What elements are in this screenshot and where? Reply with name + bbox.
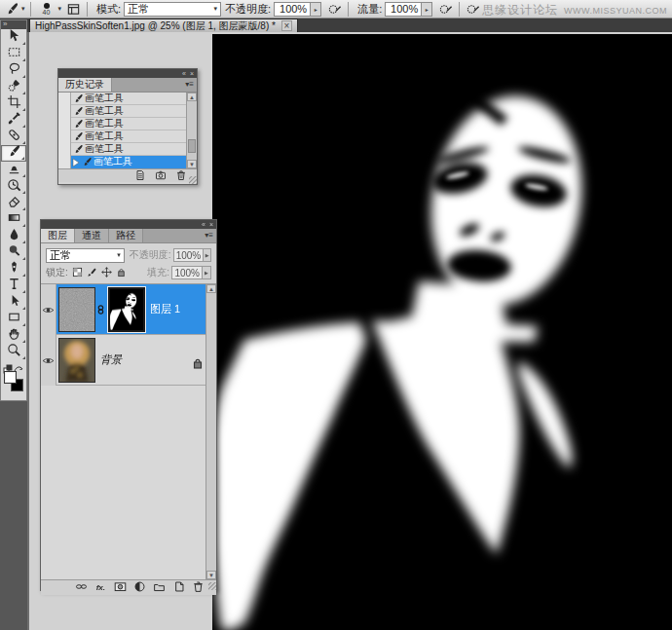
new-document-from-state-icon[interactable]: [134, 167, 146, 185]
history-source-checkbox[interactable]: [58, 130, 71, 143]
tool-lasso[interactable]: [1, 62, 26, 79]
pressure-size-icon[interactable]: [465, 1, 481, 17]
background-layer-name[interactable]: 背景: [100, 352, 122, 367]
tool-rectangular-marquee[interactable]: [1, 46, 26, 62]
canvas-image[interactable]: [212, 34, 672, 630]
tool-eyedropper[interactable]: [1, 112, 26, 129]
layer1-thumbnail[interactable]: [58, 287, 95, 332]
tool-spot-healing-brush[interactable]: [1, 129, 26, 145]
tool-flyout-corner: [22, 42, 25, 45]
fill-dropdown-icon[interactable]: ▶: [203, 266, 211, 279]
new-snapshot-icon[interactable]: [155, 167, 167, 185]
tool-preset-arrow-icon[interactable]: ▾: [21, 5, 25, 13]
link-layers-icon[interactable]: [75, 579, 88, 597]
opacity-input[interactable]: 100%: [274, 2, 311, 17]
layer-row-background[interactable]: 背景: [41, 335, 216, 386]
history-entry-label: 画笔工具: [93, 155, 132, 168]
airbrush-toggle-icon[interactable]: [437, 1, 454, 17]
layer-row-layer1[interactable]: 图层 1: [41, 284, 216, 335]
foreground-color-swatch[interactable]: [4, 371, 17, 384]
flow-dropdown-icon[interactable]: ▸: [422, 2, 432, 17]
layer-mask-link-icon[interactable]: [96, 305, 105, 315]
history-source-checkbox[interactable]: [58, 118, 71, 130]
flow-input[interactable]: 100%: [385, 2, 422, 17]
tab-layers[interactable]: 图层: [41, 229, 75, 242]
new-adjustment-layer-icon[interactable]: [133, 579, 146, 597]
background-thumbnail[interactable]: [58, 338, 95, 383]
layers-opacity-input[interactable]: 100%: [173, 248, 205, 262]
layer1-visibility-cell[interactable]: [41, 284, 56, 335]
add-layer-mask-icon[interactable]: [114, 579, 127, 597]
pressure-opacity-icon[interactable]: [326, 1, 343, 17]
layers-scrollbar[interactable]: ▲ ▼: [205, 284, 216, 579]
history-source-checkbox[interactable]: [58, 105, 71, 118]
tool-path-selection[interactable]: [1, 294, 26, 311]
tool-quick-selection[interactable]: [1, 79, 26, 95]
tool-eraser[interactable]: [1, 195, 26, 211]
tool-blur[interactable]: [1, 228, 26, 244]
history-source-checkbox[interactable]: [58, 93, 71, 105]
scroll-up-icon[interactable]: ▲: [206, 284, 216, 293]
scroll-down-icon[interactable]: ▼: [187, 160, 197, 168]
tab-history[interactable]: 历史记录: [58, 78, 112, 92]
brush-preset-picker[interactable]: 40: [36, 2, 57, 16]
layers-opacity-dropdown-icon[interactable]: ▶: [204, 248, 211, 262]
layer-style-fx-icon[interactable]: fx.: [94, 579, 107, 597]
new-group-icon[interactable]: [153, 579, 166, 597]
document-tab[interactable]: HighPassSkinSoften1.jpg @ 25% (图层 1, 图层蒙…: [29, 19, 298, 32]
tool-dodge[interactable]: [1, 244, 26, 261]
layers-opacity-label: 不透明度:: [130, 248, 171, 262]
layer1-name[interactable]: 图层 1: [150, 302, 180, 316]
mode-select[interactable]: 正常 ▾: [124, 2, 221, 17]
current-state-pointer-icon: [72, 158, 80, 166]
panel-resize-grip[interactable]: [208, 582, 216, 590]
history-source-checkbox[interactable]: [58, 143, 71, 156]
blend-mode-select[interactable]: 正常 ▾: [46, 248, 125, 263]
scroll-down-icon[interactable]: ▼: [206, 571, 216, 579]
layers-panel-menu-icon[interactable]: ▾≡: [205, 232, 213, 240]
background-visibility-cell[interactable]: [41, 335, 56, 386]
brush-preset-arrow-icon[interactable]: ▾: [58, 5, 62, 13]
delete-layer-icon[interactable]: [192, 579, 205, 597]
history-close-icon[interactable]: ×: [190, 69, 194, 78]
lock-all-icon[interactable]: [116, 267, 127, 279]
tool-brush[interactable]: [1, 145, 26, 162]
layer1-mask-thumbnail[interactable]: [108, 287, 145, 332]
fill-input[interactable]: 100%: [171, 266, 203, 279]
tool-flyout-corner: [22, 323, 25, 326]
delete-state-icon[interactable]: [175, 167, 187, 185]
history-scrollbar[interactable]: ▲ ▼: [186, 93, 197, 168]
tool-type[interactable]: [1, 278, 26, 294]
toggle-brush-panel-icon[interactable]: [65, 1, 82, 17]
swap-colors-icon[interactable]: [3, 360, 24, 370]
tool-clone-stamp[interactable]: [1, 162, 26, 178]
tool-flyout-corner: [22, 257, 25, 260]
tab-channels[interactable]: 通道: [75, 229, 109, 242]
tab-paths[interactable]: 路径: [109, 229, 143, 242]
tool-rectangle-shape[interactable]: [1, 311, 26, 327]
mode-select-arrow-icon: ▾: [214, 5, 218, 13]
layers-close-icon[interactable]: ×: [209, 220, 213, 229]
tool-gradient[interactable]: [1, 211, 26, 228]
scroll-up-icon[interactable]: ▲: [187, 93, 197, 101]
tool-move[interactable]: [1, 29, 26, 46]
history-collapse-icon[interactable]: «: [182, 69, 186, 78]
history-entry[interactable]: 画笔工具: [58, 156, 186, 168]
new-layer-icon[interactable]: [172, 579, 185, 597]
history-panel-menu-icon[interactable]: ▾≡: [185, 81, 194, 89]
lock-transparency-icon[interactable]: [72, 267, 83, 279]
brush-tool-icon[interactable]: [4, 1, 20, 17]
history-source-checkbox[interactable]: [58, 156, 71, 168]
panel-resize-grip[interactable]: [189, 176, 197, 184]
lock-position-icon[interactable]: [101, 267, 112, 279]
tool-history-brush[interactable]: [1, 178, 26, 195]
layers-collapse-icon[interactable]: «: [202, 220, 205, 229]
tool-zoom[interactable]: [1, 344, 26, 360]
opacity-dropdown-icon[interactable]: ▸: [311, 2, 321, 17]
tool-crop[interactable]: [1, 95, 26, 112]
tool-pen[interactable]: [1, 261, 26, 278]
tool-hand[interactable]: [1, 327, 26, 344]
tool-flyout-corner: [22, 207, 25, 210]
lock-pixels-icon[interactable]: [87, 267, 97, 279]
document-tab-close-icon[interactable]: ×: [281, 20, 292, 31]
